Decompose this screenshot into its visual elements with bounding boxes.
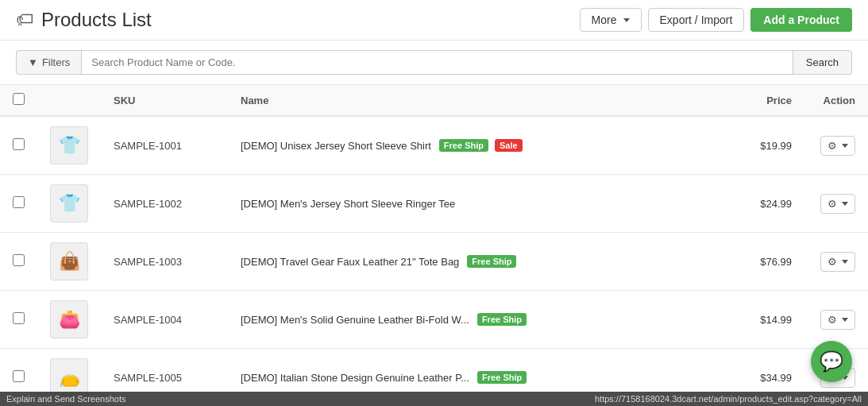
table-row: 👜SAMPLE-1003[DEMO] Travel Gear Faux Leat…: [0, 233, 868, 291]
badge-freeship-3: Free Ship: [467, 255, 516, 268]
product-sku-4: SAMPLE-1004: [101, 291, 228, 349]
filter-icon: ▼: [28, 56, 38, 68]
page-title: Products List: [41, 9, 152, 31]
add-product-button[interactable]: Add a Product: [750, 8, 852, 32]
bottom-bar-left: Explain and Send Screenshots: [6, 394, 125, 404]
row-checkbox-1[interactable]: [13, 138, 25, 150]
product-thumbnail-3: 👜: [50, 242, 88, 280]
product-sku-3: SAMPLE-1003: [101, 233, 228, 291]
bottom-bar-right: https://7158168024.3dcart.net/admin/prod…: [595, 394, 862, 404]
search-button[interactable]: Search: [793, 50, 852, 75]
table-header: SKU Name Price Action: [0, 85, 868, 116]
bottom-bar: Explain and Send Screenshots https://715…: [0, 392, 868, 406]
filters-button[interactable]: ▼ Filters: [16, 50, 81, 75]
filter-bar: ▼ Filters Search: [0, 41, 868, 85]
product-price-4: $14.99: [725, 291, 804, 349]
caret-icon: [842, 144, 848, 148]
badge-freeship-1: Free Ship: [439, 139, 488, 152]
col-header-thumb: [37, 85, 101, 116]
products-icon: 🏷: [16, 10, 33, 30]
product-sku-1: SAMPLE-1001: [101, 116, 228, 175]
col-header-price: Price: [725, 85, 804, 116]
product-sku-2: SAMPLE-1002: [101, 175, 228, 233]
row-checkbox-5[interactable]: [13, 370, 25, 382]
page-title-area: 🏷 Products List: [16, 9, 152, 31]
header-actions: More Export / Import Add a Product: [580, 8, 852, 32]
action-button-1[interactable]: ⚙: [820, 136, 855, 156]
table-row: 👕SAMPLE-1002[DEMO] Men's Jersey Short Sl…: [0, 175, 868, 233]
product-name-2: [DEMO] Men's Jersey Short Sleeve Ringer …: [241, 198, 455, 210]
col-header-sku: SKU: [101, 85, 228, 116]
col-header-action: Action: [804, 85, 868, 116]
action-button-4[interactable]: ⚙: [820, 310, 855, 330]
product-thumbnail-4: 👛: [50, 300, 88, 338]
col-header-name: Name: [228, 85, 725, 116]
gear-icon: ⚙: [827, 198, 837, 210]
product-name-5: [DEMO] Italian Stone Design Genuine Leat…: [241, 372, 469, 384]
product-price-3: $76.99: [725, 233, 804, 291]
chat-fab-button[interactable]: 💬: [811, 341, 852, 382]
gear-icon: ⚙: [827, 314, 837, 326]
row-checkbox-2[interactable]: [13, 196, 25, 208]
product-name-1: [DEMO] Unisex Jersey Short Sleeve Shirt: [241, 140, 431, 152]
caret-icon: [842, 202, 848, 206]
more-button[interactable]: More: [580, 8, 642, 32]
table-row: 👕SAMPLE-1001[DEMO] Unisex Jersey Short S…: [0, 116, 868, 175]
badge-freeship-4: Free Ship: [477, 313, 527, 326]
search-input[interactable]: [81, 50, 793, 75]
action-button-2[interactable]: ⚙: [820, 194, 855, 214]
gear-icon: ⚙: [827, 256, 837, 268]
caret-icon: [842, 260, 848, 264]
table-row: 👛SAMPLE-1004[DEMO] Men's Solid Genuine L…: [0, 291, 868, 349]
product-price-2: $24.99: [725, 175, 804, 233]
product-thumbnail-5: 👝: [50, 358, 88, 396]
product-thumbnail-1: 👕: [50, 126, 88, 164]
product-name-3: [DEMO] Travel Gear Faux Leather 21" Tote…: [241, 256, 459, 268]
badge-sale-1: Sale: [495, 139, 523, 152]
gear-icon: ⚙: [827, 140, 837, 152]
table-body: 👕SAMPLE-1001[DEMO] Unisex Jersey Short S…: [0, 116, 868, 406]
col-header-checkbox: [0, 85, 37, 116]
row-checkbox-4[interactable]: [13, 312, 25, 324]
export-import-button[interactable]: Export / Import: [648, 8, 745, 32]
caret-icon: [623, 18, 630, 22]
action-button-3[interactable]: ⚙: [820, 252, 855, 272]
product-name-4: [DEMO] Men's Solid Genuine Leather Bi-Fo…: [241, 314, 469, 326]
products-table: SKU Name Price Action 👕SAMPLE-1001[DEMO]…: [0, 85, 868, 406]
badge-freeship-5: Free Ship: [477, 371, 527, 384]
product-thumbnail-2: 👕: [50, 184, 88, 222]
select-all-checkbox[interactable]: [13, 93, 25, 105]
product-price-1: $19.99: [725, 116, 804, 175]
page-header: 🏷 Products List More Export / Import Add…: [0, 0, 868, 41]
row-checkbox-3[interactable]: [13, 254, 25, 266]
chat-icon: 💬: [820, 350, 843, 373]
caret-icon: [842, 318, 848, 322]
